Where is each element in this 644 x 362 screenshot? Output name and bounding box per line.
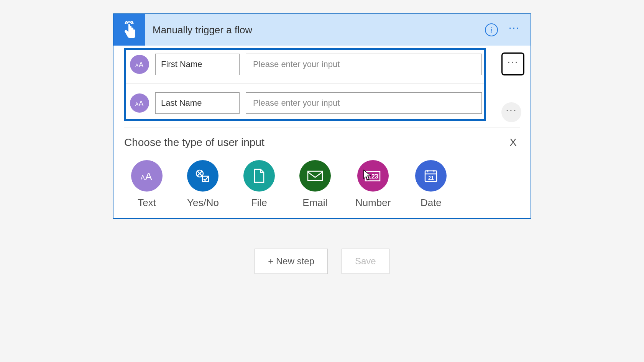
text-icon: A A: [135, 98, 145, 108]
input-value-field[interactable]: [246, 54, 482, 75]
input-row-last-name: A A: [126, 88, 484, 118]
input-item-menu-button[interactable]: ···: [501, 102, 521, 122]
input-row-first-name: A A: [126, 50, 484, 79]
type-label: Number: [355, 197, 391, 209]
svg-text:A: A: [139, 100, 143, 107]
trigger-menu-button[interactable]: ···: [509, 22, 520, 33]
type-option-file[interactable]: File: [243, 160, 275, 209]
type-label: Yes/No: [187, 197, 219, 209]
touch-icon: [121, 21, 138, 39]
trigger-card: Manually trigger a flow i ··· A A: [113, 13, 531, 219]
svg-text:A: A: [145, 170, 152, 182]
text-type-badge: A A: [130, 93, 149, 113]
footer-buttons: + New step Save: [113, 249, 531, 274]
input-type-picker-title: Choose the type of user input: [124, 136, 264, 149]
email-icon: [299, 160, 331, 192]
svg-text:A: A: [135, 102, 138, 107]
svg-text:21: 21: [428, 175, 434, 181]
file-icon: [243, 160, 275, 192]
type-option-email[interactable]: Email: [299, 160, 331, 209]
yesno-icon: [187, 160, 219, 192]
svg-text:A: A: [135, 63, 138, 68]
date-icon: 21: [415, 160, 447, 192]
text-type-badge: A A: [130, 55, 149, 74]
input-item-menu-button[interactable]: ···: [501, 52, 524, 75]
type-label: Date: [421, 197, 442, 209]
info-icon[interactable]: i: [485, 23, 498, 36]
type-option-number[interactable]: 123 Number: [355, 160, 391, 209]
type-option-date[interactable]: 21 Date: [415, 160, 447, 209]
save-button[interactable]: Save: [342, 249, 389, 274]
type-option-yesno[interactable]: Yes/No: [187, 160, 219, 209]
close-button[interactable]: X: [506, 136, 520, 149]
svg-rect-11: [365, 172, 380, 181]
type-label: Email: [302, 197, 327, 209]
section-divider: [124, 128, 520, 128]
type-option-text[interactable]: A A Text: [131, 160, 163, 209]
text-icon: A A: [131, 160, 163, 192]
type-label: File: [251, 197, 267, 209]
svg-rect-10: [308, 171, 322, 180]
input-value-field[interactable]: [246, 92, 482, 114]
trigger-header[interactable]: Manually trigger a flow i ···: [113, 14, 531, 46]
type-label: Text: [138, 197, 156, 209]
svg-text:A: A: [139, 61, 143, 69]
new-step-button[interactable]: + New step: [255, 249, 328, 274]
number-icon: 123: [357, 160, 389, 192]
text-icon: A A: [135, 59, 145, 69]
trigger-title: Manually trigger a flow: [145, 24, 485, 36]
input-type-picker: Choose the type of user input X A A Text: [113, 133, 531, 218]
row-divider: [126, 84, 484, 84]
svg-text:123: 123: [368, 173, 378, 180]
inputs-highlight-box: A A A A: [124, 48, 486, 121]
trigger-icon-box: [113, 14, 145, 46]
svg-text:A: A: [141, 174, 145, 181]
input-name-field[interactable]: [155, 54, 240, 75]
input-name-field[interactable]: [155, 92, 240, 114]
